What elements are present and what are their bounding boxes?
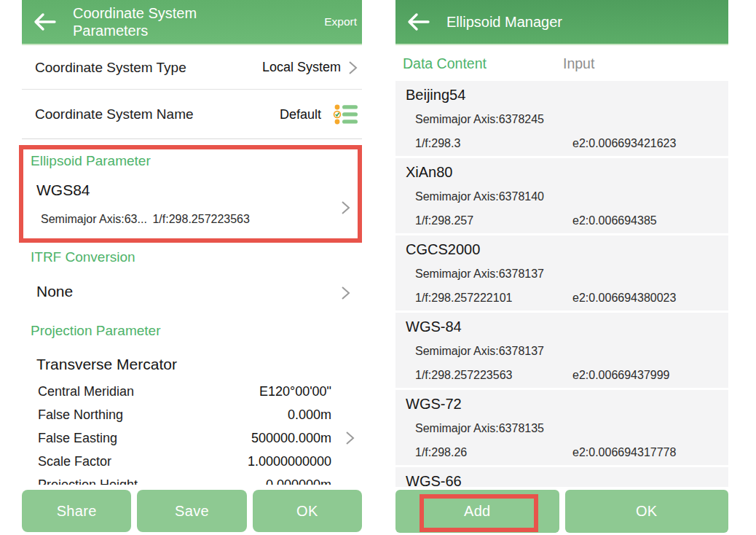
ellipsoid-semimajor: Semimajor Axis:6378137 — [415, 339, 728, 363]
ellipsoid-e2: e2:0.006694380023 — [572, 286, 676, 310]
list-item-wgs72[interactable]: WGS-72 Semimajor Axis:6378135 1/f:298.26… — [395, 390, 728, 465]
chevron-right-icon — [348, 60, 358, 75]
ellipsoid-inverse-flattening: 1/f:298.257223563 — [415, 363, 512, 387]
projection-parameter-list: Central Meridian E120°00'00" False North… — [22, 380, 362, 496]
ellipsoid-name: XiAn80 — [406, 160, 728, 184]
ellipsoid-semimajor: Semimajor Axis:6378140 — [415, 184, 728, 208]
projection-row-central-meridian: Central Meridian E120°00'00" — [22, 380, 362, 403]
share-button[interactable]: Share — [22, 490, 131, 532]
ellipsoid-inverse-flattening: 1/f:298.257222101 — [415, 286, 512, 310]
ellipsoid-e2: e2:0.00669437999 — [572, 363, 669, 387]
ellipsoid-list: Beijing54 Semimajor Axis:6378245 1/f:298… — [395, 81, 728, 535]
ellipsoid-name: WGS-84 — [406, 315, 728, 339]
ellipsoid-inverse-flattening: 1/f:298.26 — [415, 440, 467, 464]
right-header: Ellipsoid Manager — [395, 0, 728, 45]
ellipsoid-manager-screen: Ellipsoid Manager Data Content Input Bei… — [395, 0, 728, 535]
back-arrow-icon[interactable] — [32, 12, 57, 32]
page-title: Coordinate System Parameters — [73, 4, 218, 39]
ok-button[interactable]: OK — [253, 490, 362, 532]
coordinate-system-name-value: Default — [280, 107, 321, 122]
param-label: False Easting — [22, 431, 117, 446]
projection-row-false-easting[interactable]: False Easting 500000.000m — [22, 426, 362, 450]
coordinate-system-name-label: Coordinate System Name — [35, 106, 194, 122]
ellipsoid-semimajor: Semimajor Axis:6378135 — [415, 416, 728, 440]
save-button[interactable]: Save — [137, 490, 246, 532]
projection-method[interactable]: Transverse Mercator — [36, 356, 177, 373]
param-label: Central Meridian — [22, 384, 134, 399]
ok-button[interactable]: OK — [565, 490, 729, 533]
ellipsoid-semimajor: Semimajor Axis:6378137 — [415, 262, 728, 286]
coordinate-system-parameters-screen: Coordinate System Parameters Export Coor… — [22, 0, 362, 535]
list-item-beijing54[interactable]: Beijing54 Semimajor Axis:6378245 1/f:298… — [395, 81, 728, 156]
list-item-cgcs2000[interactable]: CGCS2000 Semimajor Axis:6378137 1/f:298.… — [395, 235, 728, 311]
projection-parameter-heading: Projection Parameter — [31, 323, 160, 339]
chevron-right-icon — [345, 431, 355, 445]
coordinate-system-type-row[interactable]: Coordinate System Type Local System — [22, 46, 362, 90]
ellipsoid-name: Beijing54 — [406, 83, 728, 107]
projection-row-false-northing: False Northing 0.000m — [22, 403, 362, 426]
list-item-wgs84[interactable]: WGS-84 Semimajor Axis:6378137 1/f:298.25… — [395, 313, 728, 388]
page-title: Ellipsoid Manager — [446, 13, 562, 31]
ellipsoid-inverse-flattening: 1/f:298.257 — [415, 208, 473, 233]
projection-row-scale-factor: Scale Factor 1.0000000000 — [22, 450, 362, 473]
coordinate-system-type-value: Local System — [262, 60, 341, 75]
list-check-icon[interactable] — [333, 102, 359, 127]
ellipsoid-parameter-heading: Ellipsoid Parameter — [31, 153, 151, 169]
add-button[interactable]: Add — [395, 490, 559, 533]
ellipsoid-inverse-flattening: 1/f:298.257223563 — [152, 213, 249, 225]
tab-bar: Data Content Input — [395, 45, 728, 81]
param-value: E120°00'00" — [259, 384, 362, 399]
tab-data-content[interactable]: Data Content — [403, 55, 487, 71]
itrf-conversion-heading: ITRF Conversion — [31, 249, 135, 265]
left-header: Coordinate System Parameters Export — [22, 0, 362, 45]
param-value: 0.000m — [288, 407, 362, 423]
ellipsoid-inverse-flattening: 1/f:298.3 — [415, 131, 460, 155]
param-label: False Northing — [22, 407, 123, 423]
ellipsoid-name: CGCS2000 — [406, 238, 728, 262]
ellipsoid-semimajor: Semimajor Axis:6378245 — [415, 107, 728, 131]
ellipsoid-e2: e2:0.006694317778 — [572, 440, 676, 464]
ellipsoid-name[interactable]: WGS84 — [36, 181, 90, 199]
right-footer: Add OK — [395, 487, 728, 535]
list-item-xian80[interactable]: XiAn80 Semimajor Axis:6378140 1/f:298.25… — [395, 158, 728, 233]
left-footer: Share Save OK — [22, 485, 362, 535]
itrf-conversion-value[interactable]: None — [36, 283, 73, 300]
ellipsoid-details: Semimajor Axis:63... 1/f:298.257223563 — [41, 213, 250, 226]
coordinate-system-type-label: Coordinate System Type — [35, 60, 186, 76]
back-arrow-icon[interactable] — [406, 12, 430, 32]
param-value: 1.0000000000 — [248, 454, 362, 469]
chevron-right-icon — [341, 200, 350, 215]
ellipsoid-e2: e2:0.006693421623 — [572, 131, 676, 155]
ellipsoid-semimajor: Semimajor Axis:63... — [41, 213, 149, 226]
ellipsoid-name: WGS-72 — [406, 392, 728, 416]
param-label: Scale Factor — [22, 454, 111, 469]
coordinate-system-name-row[interactable]: Coordinate System Name Default — [22, 90, 362, 139]
chevron-right-icon — [341, 286, 350, 300]
export-button[interactable]: Export — [324, 15, 357, 28]
ellipsoid-e2: e2:0.006694385 — [572, 208, 657, 233]
tab-input[interactable]: Input — [563, 55, 594, 71]
